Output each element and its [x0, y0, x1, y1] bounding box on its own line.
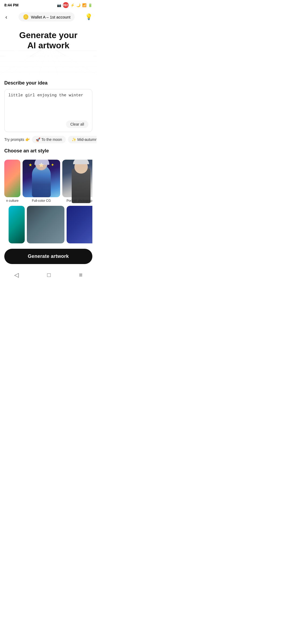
star-3: ✦ — [51, 162, 54, 167]
art-card-r2-2-image — [27, 206, 64, 243]
art-card-culture-label: n culture — [4, 197, 20, 203]
clear-all-button[interactable]: Clear all — [66, 120, 88, 128]
art-style-grid-row1: n culture ★ ⭐ ✦ Full-color CG — [4, 157, 92, 206]
idea-textarea-container[interactable]: little girl enjoying the winter Clear al… — [4, 89, 92, 132]
hero-title-line1: Generate your — [19, 30, 78, 40]
art-card-portrait-image — [62, 160, 92, 197]
wifi-icon: 📶 — [82, 3, 86, 7]
moon-chip-text: To the moon — [41, 137, 62, 142]
page-title: Generate your AI artwork — [0, 30, 97, 51]
wallet-selector[interactable]: 🪙 Wallet A – 1st account — [19, 12, 75, 21]
moon-icon: 🌙 — [76, 3, 81, 7]
nav-back-button[interactable]: ◁ — [14, 272, 19, 279]
moon-chip-icon: 🚀 — [36, 137, 40, 142]
rabbits-chip-text: Mid-autumn rabbits — [77, 137, 97, 142]
status-icons: 📷 REC ⚡ 🌙 📶 🔋 — [57, 2, 92, 8]
portrait-body — [72, 168, 90, 197]
cg-character-head — [35, 160, 48, 170]
rabbits-chip-icon: ✨ — [72, 137, 76, 142]
nav-bar: ‹ 🪙 Wallet A – 1st account 💡 — [0, 10, 97, 25]
art-style-grid-row2 — [4, 206, 92, 246]
art-card-cg-image: ★ ⭐ ✦ — [23, 160, 60, 197]
wallet-title: Wallet A – 1st account — [31, 15, 70, 19]
status-bar: 8:44 PM 📷 REC ⚡ 🌙 📶 🔋 — [0, 0, 97, 10]
cg-character-silhouette — [32, 165, 51, 197]
rec-indicator: REC — [63, 2, 69, 8]
art-card-r2-3[interactable] — [67, 206, 92, 243]
hero-title-line2: AI artwork — [27, 41, 69, 50]
wallet-icon: 🪙 — [23, 14, 29, 20]
status-time: 8:44 PM — [4, 3, 19, 7]
art-card-r2-2[interactable] — [27, 206, 64, 243]
art-card-cg-label: Full-color CG — [23, 197, 60, 203]
camera-icon: 📷 — [57, 3, 61, 7]
bottom-nav: ◁ □ ≡ — [0, 268, 97, 282]
cg-hair — [35, 160, 49, 165]
star-1: ★ — [28, 162, 32, 167]
portrait-hair — [73, 160, 89, 164]
art-style-label: Choose an art style — [4, 148, 92, 154]
art-card-culture-image — [4, 160, 20, 197]
generate-artwork-button[interactable]: Generate artwork — [4, 249, 92, 264]
hero-section: .gridline{stroke:#aaa;stroke-width:0.5;f… — [0, 25, 97, 75]
bluetooth-icon: ⚡ — [70, 3, 75, 7]
art-card-portrait[interactable]: Portrait photography — [62, 160, 92, 203]
describe-label: Describe your idea — [4, 80, 92, 86]
art-card-fullcolor-cg[interactable]: ★ ⭐ ✦ Full-color CG — [23, 160, 60, 203]
prompts-row: Try prompts 👉 🚀 To the moon ✨ Mid-autumn… — [0, 132, 97, 147]
nav-menu-button[interactable]: ≡ — [79, 272, 82, 279]
light-button[interactable]: 💡 — [85, 13, 92, 20]
generate-btn-wrapper: Generate artwork — [0, 246, 97, 268]
prompt-chip-moon[interactable]: 🚀 To the moon — [32, 136, 66, 143]
prompt-chip-rabbits[interactable]: ✨ Mid-autumn rabbits — [68, 136, 97, 143]
idea-textarea-value[interactable]: little girl enjoying the winter — [8, 93, 88, 104]
describe-section: Describe your idea little girl enjoying … — [0, 75, 97, 132]
art-card-r2-1[interactable] — [9, 206, 25, 243]
art-card-r2-3-image — [67, 206, 92, 243]
art-card-r2-1-image — [9, 206, 25, 243]
portrait-head — [74, 160, 88, 174]
prompts-label: Try prompts 👉 — [4, 137, 30, 142]
battery-icon: 🔋 — [88, 3, 92, 7]
back-button[interactable]: ‹ — [4, 13, 8, 21]
art-style-section: Choose an art style n culture ★ ⭐ ✦ — [0, 147, 97, 246]
nav-home-button[interactable]: □ — [47, 272, 50, 279]
art-card-culture[interactable]: n culture — [4, 160, 20, 203]
